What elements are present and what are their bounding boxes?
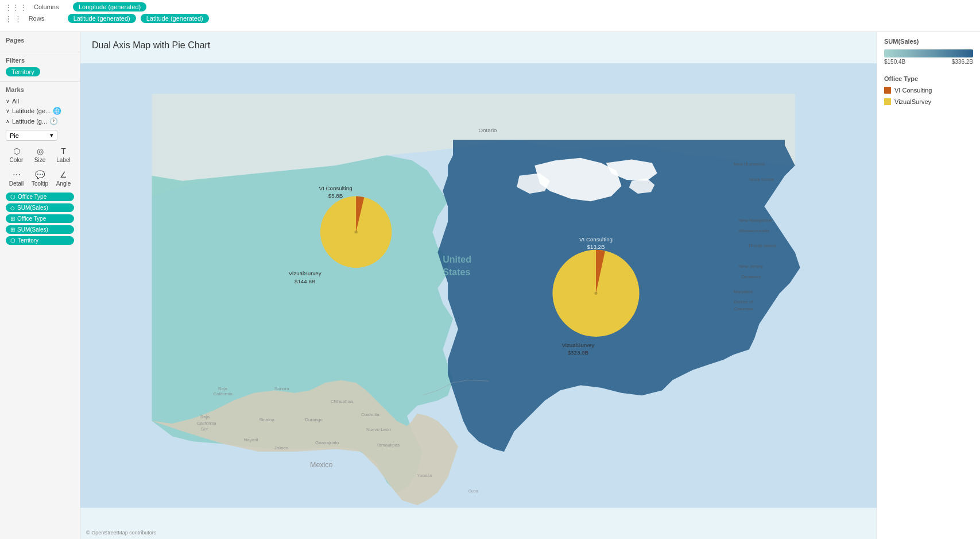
svg-text:Mexico: Mexico bbox=[310, 461, 332, 469]
svg-text:VI Consulting: VI Consulting bbox=[579, 236, 613, 242]
size-button[interactable]: ◎ Size bbox=[29, 144, 51, 165]
map-attribution: © OpenStreetMap contributors bbox=[86, 530, 156, 536]
gradient-labels: $150.4B $336.2B bbox=[884, 59, 973, 65]
latitude-pill-2[interactable]: Latitude (generated) bbox=[141, 14, 209, 23]
toolbar: ⋮⋮⋮ Columns Longitude (generated) ⋮ ⋮ Ro… bbox=[0, 0, 980, 32]
filters-title: Filters bbox=[6, 57, 74, 64]
svg-text:Durango: Durango bbox=[305, 417, 323, 422]
svg-text:Columbia: Columbia bbox=[734, 306, 753, 311]
pie-dropdown[interactable]: Pie ▾ bbox=[6, 130, 57, 141]
all-label: All bbox=[12, 98, 19, 105]
svg-text:VizualSurvey: VizualSurvey bbox=[561, 342, 594, 348]
label-icon: T bbox=[61, 147, 66, 156]
sum-sales-pill-2[interactable]: ⊞ SUM(Sales) bbox=[6, 225, 74, 234]
svg-text:Guanajuato: Guanajuato bbox=[315, 440, 339, 445]
main-layout: Pages Filters Territory Marks ∨ All ∨ La… bbox=[0, 32, 980, 539]
sum-sales-icon-1: ◇ bbox=[10, 205, 15, 211]
marks-section: Marks ∨ All ∨ Latitude (ge... 🌐 ∧ Latitu… bbox=[0, 82, 80, 539]
detail-label: Detail bbox=[9, 180, 24, 187]
latitude-pill-1[interactable]: Latitude (generated) bbox=[68, 14, 136, 23]
svg-text:$144.6B: $144.6B bbox=[295, 278, 315, 284]
angle-icon: ∠ bbox=[60, 170, 67, 179]
territory-pill[interactable]: ⬡ Territory bbox=[6, 236, 74, 245]
color-button[interactable]: ⬡ Color bbox=[6, 144, 27, 165]
columns-label: Columns bbox=[34, 3, 68, 10]
marks-pills: ⬡ Office Type ◇ SUM(Sales) ⊞ Office Type… bbox=[6, 192, 74, 245]
detail-icon: ⋯ bbox=[13, 170, 21, 179]
svg-text:Yucatán: Yucatán bbox=[417, 473, 432, 478]
all-marks-item[interactable]: ∨ All bbox=[6, 97, 74, 106]
color-label: Color bbox=[10, 157, 24, 163]
legend-item-vizual: VizualSurvey bbox=[884, 98, 973, 105]
legend-item-vi: VI Consulting bbox=[884, 87, 973, 94]
tooltip-button[interactable]: 💬 Tooltip bbox=[29, 168, 51, 189]
columns-row: ⋮⋮⋮ Columns Longitude (generated) bbox=[5, 2, 975, 11]
size-icon: ◎ bbox=[37, 147, 44, 156]
svg-text:New Jersey: New Jersey bbox=[739, 264, 763, 269]
angle-label: Angle bbox=[56, 180, 71, 187]
pie-dropdown-row: Pie ▾ bbox=[6, 130, 74, 141]
svg-text:Ontario: Ontario bbox=[479, 127, 498, 133]
rows-row: ⋮ ⋮ Rows Latitude (generated) Latitude (… bbox=[5, 14, 975, 23]
svg-text:Delaware: Delaware bbox=[741, 274, 761, 279]
svg-text:States: States bbox=[443, 267, 470, 277]
svg-text:VI Consulting: VI Consulting bbox=[319, 185, 353, 191]
lat1-label: Latitude (ge... bbox=[12, 107, 51, 114]
latitude-ge1-item[interactable]: ∨ Latitude (ge... 🌐 bbox=[6, 106, 74, 116]
svg-text:California: California bbox=[197, 421, 216, 426]
territory-filter-pill[interactable]: Territory bbox=[6, 67, 40, 76]
svg-text:Nova Scotia: Nova Scotia bbox=[749, 177, 774, 182]
office-type-pill-2[interactable]: ⊞ Office Type bbox=[6, 214, 74, 223]
svg-text:New Hampshire: New Hampshire bbox=[739, 218, 772, 223]
angle-button[interactable]: ∠ Angle bbox=[53, 168, 74, 189]
all-caret-icon: ∨ bbox=[6, 98, 10, 104]
lat2-label: Latitude (g... bbox=[12, 118, 47, 125]
color-icon: ⬡ bbox=[13, 147, 20, 156]
marks-title: Marks bbox=[6, 86, 74, 93]
marks-buttons: ⬡ Color ◎ Size T Label ⋯ Detail 💬 Too bbox=[6, 144, 74, 189]
svg-text:$5.8B: $5.8B bbox=[328, 192, 343, 199]
office-type-pill-1[interactable]: ⬡ Office Type bbox=[6, 192, 74, 201]
office-type-icon-2: ⊞ bbox=[10, 215, 15, 222]
label-button[interactable]: T Label bbox=[53, 144, 74, 165]
columns-drag-icon: ⋮⋮⋮ bbox=[5, 3, 27, 11]
lat1-caret-icon: ∨ bbox=[6, 108, 10, 114]
svg-text:Coahuila: Coahuila bbox=[361, 412, 379, 417]
detail-button[interactable]: ⋯ Detail bbox=[6, 168, 27, 189]
map-svg: Ontario New Brunswick Nova Scotia New Ha… bbox=[80, 32, 877, 539]
vizual-survey-color-box bbox=[884, 98, 891, 105]
map-area[interactable]: Dual Axis Map with Pie Chart Ontario New… bbox=[80, 32, 877, 539]
sidebar: Pages Filters Territory Marks ∨ All ∨ La… bbox=[0, 32, 80, 539]
sum-sales-legend-title: SUM(Sales) bbox=[884, 38, 973, 45]
territory-label: Territory bbox=[18, 237, 38, 244]
vi-consulting-color-box bbox=[884, 87, 891, 94]
svg-text:Tamaulipas: Tamaulipas bbox=[377, 442, 400, 448]
latitude-ge2-item[interactable]: ∧ Latitude (g... 🕐 bbox=[6, 116, 74, 126]
map-title: Dual Axis Map with Pie Chart bbox=[92, 40, 210, 51]
office-type-legend-title: Office Type bbox=[884, 75, 973, 82]
sum-sales-pill-1[interactable]: ◇ SUM(Sales) bbox=[6, 203, 74, 212]
size-label: Size bbox=[34, 157, 45, 163]
svg-text:Cuba: Cuba bbox=[468, 489, 478, 494]
sum-sales-label-1: SUM(Sales) bbox=[17, 205, 48, 211]
svg-text:Jalisco: Jalisco bbox=[274, 445, 289, 451]
rows-drag-icon: ⋮ ⋮ bbox=[5, 14, 22, 23]
svg-text:$323.0B: $323.0B bbox=[568, 349, 588, 356]
tooltip-icon: 💬 bbox=[35, 170, 45, 179]
svg-text:Maryland: Maryland bbox=[734, 289, 753, 294]
svg-text:Baja: Baja bbox=[218, 386, 228, 391]
longitude-pill[interactable]: Longitude (generated) bbox=[73, 2, 146, 11]
rows-label: Rows bbox=[29, 15, 63, 22]
legend-gradient: $150.4B $336.2B bbox=[884, 49, 973, 65]
svg-text:VizualSurvey: VizualSurvey bbox=[289, 270, 321, 276]
legend-panel: SUM(Sales) $150.4B $336.2B Office Type V… bbox=[877, 32, 980, 539]
gradient-min: $150.4B bbox=[884, 59, 905, 65]
svg-text:Sonora: Sonora bbox=[274, 386, 289, 391]
globe-icon-1: 🌐 bbox=[53, 107, 61, 115]
vi-consulting-legend-label: VI Consulting bbox=[894, 87, 932, 94]
svg-text:Nuevo León: Nuevo León bbox=[366, 427, 391, 432]
svg-text:Sinaloa: Sinaloa bbox=[259, 417, 274, 422]
svg-point-39 bbox=[594, 292, 597, 295]
sum-sales-icon-2: ⊞ bbox=[10, 226, 15, 233]
svg-text:Sur: Sur bbox=[201, 427, 208, 432]
